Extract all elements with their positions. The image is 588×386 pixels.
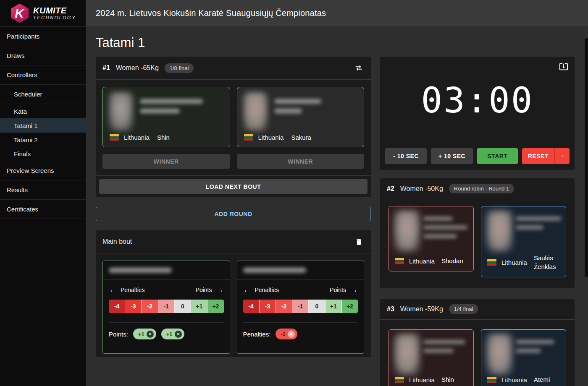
- scrollbar-thumb[interactable]: [585, 38, 588, 277]
- current-bout-card: #1 Women -65Kg 1/8 final: [96, 57, 371, 197]
- blue-corner-fighter-card[interactable]: Lithuania Saulės Ženklas: [481, 206, 566, 277]
- sidebar-item-kata[interactable]: Kata: [0, 104, 86, 118]
- lithuania-flag-icon: [110, 134, 119, 141]
- score-button-zero[interactable]: 0: [309, 300, 325, 313]
- score-button-minus1[interactable]: -1: [158, 300, 175, 313]
- tournament-title: 2024 m. Lietuvos Kiokušin Karatė Suaugus…: [96, 8, 326, 18]
- sidebar-item-finals[interactable]: Finals: [0, 147, 86, 161]
- fighter-country: Lithuania: [501, 376, 527, 383]
- points-arrow-icon: →: [216, 286, 224, 294]
- page-title: Tatami 1: [96, 35, 371, 51]
- upcoming-bout-card-3: #3 Women -59Kg 1/4 final: [380, 299, 575, 386]
- send-to-screen-icon[interactable]: [559, 62, 568, 71]
- brand-name: KUMITE: [33, 6, 76, 15]
- lithuania-flag-icon: [395, 377, 404, 383]
- score-button-minus3[interactable]: -3: [260, 300, 276, 313]
- timer-card: 03:00 - 10 SEC + 10 SEC START RESET: [380, 57, 575, 170]
- lithuania-flag-icon: [395, 258, 404, 264]
- winner-button-left[interactable]: WINNER: [102, 154, 230, 169]
- score-button-minus3[interactable]: -3: [125, 300, 142, 313]
- add-round-button[interactable]: ADD ROUND: [96, 207, 371, 221]
- sidebar-item-preview-screens[interactable]: Preview Screens: [0, 161, 86, 180]
- bout-category: Women -65Kg: [116, 64, 159, 72]
- lithuania-flag-icon: [487, 259, 496, 266]
- penalties-summary-label: Penalties:: [243, 331, 271, 338]
- red-corner-fighter-card[interactable]: Lithuania Shin: [388, 329, 474, 386]
- bout-number: #2: [387, 185, 394, 193]
- start-button[interactable]: START: [477, 148, 518, 164]
- reset-dropdown-caret-icon[interactable]: [554, 148, 570, 164]
- sidebar-item-draws[interactable]: Draws: [0, 46, 86, 65]
- brand-hexagon-logo-icon: K: [11, 4, 29, 23]
- fighter-card-left[interactable]: Lithuania Shin: [102, 87, 230, 147]
- score-button-minus2[interactable]: -2: [142, 300, 158, 313]
- main-bout-title: Main bout: [102, 238, 132, 245]
- blue-corner-fighter-card[interactable]: Lithuania Atemi: [481, 329, 566, 386]
- sidebar-item-participants[interactable]: Participants: [0, 27, 86, 46]
- bout-stage-badge: 1/4 final: [449, 304, 478, 314]
- chip-delete-icon[interactable]: ✕: [175, 331, 182, 338]
- bout-number: #1: [102, 64, 110, 72]
- lithuania-flag-icon: [244, 134, 253, 141]
- score-scale: -4 -3 -2 -1 0 +1 +2: [109, 300, 224, 313]
- score-button-plus1[interactable]: +1: [326, 300, 342, 313]
- fighter-photo-blurred: [109, 92, 133, 131]
- score-button-plus1[interactable]: +1: [191, 300, 207, 313]
- fighter-country: Lithuania: [409, 258, 435, 265]
- sidebar-item-controllers[interactable]: Controllers: [0, 65, 86, 85]
- fighter-card-right[interactable]: Lithuania Sakura: [237, 87, 365, 147]
- point-chip: +1 ✕: [161, 329, 184, 339]
- sidebar-item-tatami-2[interactable]: Tatami 2: [0, 133, 86, 147]
- bout-stage-badge: Round robin - Round 1: [449, 184, 514, 193]
- delete-round-trash-icon[interactable]: [353, 236, 364, 247]
- fighter-name-blurred: [109, 268, 172, 273]
- score-button-minus1[interactable]: -1: [292, 300, 309, 313]
- fighter-country: Lithuania: [124, 134, 150, 141]
- main-bout-header: Main bout: [96, 230, 371, 253]
- load-next-bout-button[interactable]: LOAD NEXT BOUT: [99, 179, 368, 194]
- score-button-plus2[interactable]: +2: [207, 300, 223, 313]
- fighter-detail-blurred: [274, 109, 302, 113]
- bout-stage-badge: 1/8 final: [165, 63, 194, 73]
- fighter-name-blurred: [140, 99, 203, 104]
- sidebar: K KUMITE TECHNOLOGY Participants Draws C…: [0, 0, 86, 386]
- bout-number: #3: [387, 305, 394, 313]
- fighter-club: Shin: [157, 134, 170, 141]
- fighter-name-blurred: [243, 268, 306, 273]
- score-panel-right: ← Penalties Points → -4 -3: [237, 261, 365, 354]
- fighter-detail-blurred: [140, 109, 180, 113]
- minus-10-sec-button[interactable]: - 10 SEC: [385, 148, 427, 164]
- score-scale: -4 -3 -2 -1 0 +1 +2: [243, 300, 358, 313]
- fighter-country: Lithuania: [409, 376, 435, 383]
- scrollbar-track[interactable]: [585, 26, 588, 386]
- chip-delete-icon[interactable]: ✕: [147, 331, 154, 338]
- sidebar-item-scheduler[interactable]: Scheduler: [0, 85, 86, 104]
- sidebar-item-results[interactable]: Results: [0, 180, 86, 200]
- red-corner-fighter-card[interactable]: Lithuania Shodan: [388, 206, 474, 271]
- main-bout-card: Main bout ←: [96, 230, 371, 357]
- bout-category: Women -50Kg: [400, 185, 443, 193]
- logo[interactable]: K KUMITE TECHNOLOGY: [0, 0, 86, 27]
- score-button-zero[interactable]: 0: [175, 300, 191, 313]
- penalty-chip: -2 ✕: [276, 329, 297, 339]
- penalties-label: Penalties: [121, 287, 145, 293]
- sidebar-item-tatami-1[interactable]: Tatami 1: [0, 118, 86, 133]
- score-button-minus4[interactable]: -4: [109, 300, 125, 313]
- score-panel-left: ← Penalties Points → -4 -3: [102, 261, 230, 354]
- current-bout-header: #1 Women -65Kg 1/8 final: [96, 57, 371, 80]
- points-label: Points: [330, 287, 346, 293]
- fighter-club: Saulės Ženklas: [534, 253, 563, 272]
- penalties-arrow-icon: ←: [243, 286, 251, 294]
- sidebar-item-certificates[interactable]: Certificates: [0, 200, 86, 219]
- score-button-minus4[interactable]: -4: [243, 300, 260, 313]
- score-button-minus2[interactable]: -2: [276, 300, 292, 313]
- fighter-name-blurred: [274, 99, 321, 104]
- fighter-club: Atemi: [534, 375, 550, 384]
- score-button-plus2[interactable]: +2: [342, 300, 358, 313]
- fighter-club: Sakura: [291, 134, 311, 141]
- reset-button[interactable]: RESET: [522, 148, 570, 164]
- chip-delete-icon[interactable]: ✕: [288, 331, 295, 338]
- swap-fighters-icon[interactable]: [353, 63, 364, 73]
- winner-button-right[interactable]: WINNER: [237, 154, 365, 169]
- plus-10-sec-button[interactable]: + 10 SEC: [431, 148, 472, 164]
